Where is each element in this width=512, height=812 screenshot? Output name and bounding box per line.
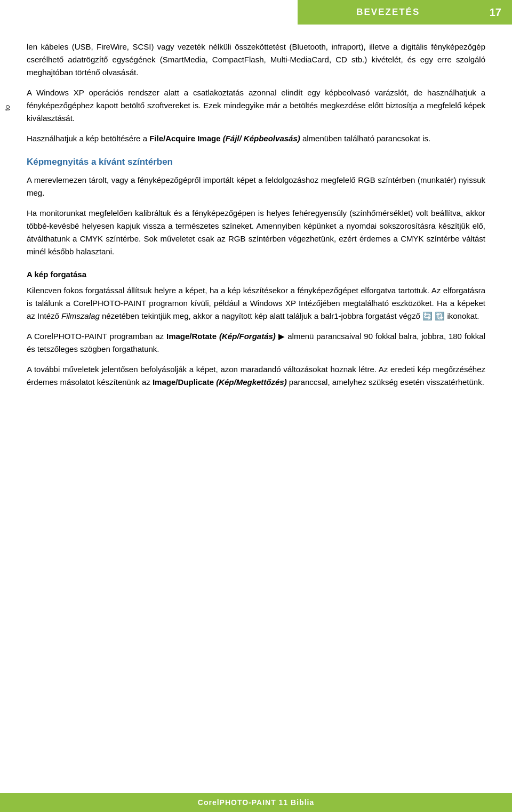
paragraph-1: len kábeles (USB, FireWire, SCSI) vagy v… <box>27 41 485 79</box>
header: BEVEZETÉS 17 <box>0 0 512 25</box>
paragraph-2-text: A Windows XP operációs rendszer alatt a … <box>27 88 485 123</box>
paragraph-6: Kilencven fokos forgatással állítsuk hel… <box>27 284 485 323</box>
section-heading-1: Képmegnyitás a kívánt színtérben <box>27 157 485 167</box>
paragraph-3-italic: (Fájl/ Képbeolvasás) <box>221 134 300 143</box>
paragraph-4: A merevlemezen tárolt, vagy a fényképező… <box>27 174 485 199</box>
header-title: BEVEZETÉS <box>298 0 479 25</box>
main-content: len kábeles (USB, FireWire, SCSI) vagy v… <box>0 25 512 793</box>
footer: CorelPHOTO-PAINT 11 Biblia <box>0 793 512 812</box>
paragraph-1-text: len kábeles (USB, FireWire, SCSI) vagy v… <box>27 42 485 77</box>
paragraph-8-end: paranccsal, amelyhez szükség esetén viss… <box>287 377 484 387</box>
chapter-title: BEVEZETÉS <box>356 7 420 18</box>
paragraph-8-italic: (Kép/Megkettőzés) <box>214 377 287 387</box>
section-heading-2: A kép forgatása <box>27 270 485 279</box>
paragraph-8-bold: Image/Duplicate <box>153 377 214 387</box>
paragraph-3-bold: File/Acquire Image <box>149 134 220 143</box>
paragraph-6-italic: Filmszalag <box>61 311 100 320</box>
paragraph-6-end: nézetében tekintjük meg, akkor a nagyíto… <box>100 311 479 320</box>
page-container: to BEVEZETÉS 17 len kábeles (USB, FireWi… <box>0 0 512 812</box>
side-label: to <box>3 105 11 111</box>
paragraph-3: Használhatjuk a kép betöltésére a File/A… <box>27 132 485 145</box>
footer-label: CorelPHOTO-PAINT 11 Biblia <box>198 798 314 807</box>
paragraph-7-start: A CorelPHOTO-PAINT programban az <box>27 332 166 341</box>
paragraph-4-text: A merevlemezen tárolt, vagy a fényképező… <box>27 175 485 197</box>
paragraph-2: A Windows XP operációs rendszer alatt a … <box>27 86 485 125</box>
paragraph-7-bold: Image/Rotate <box>166 332 217 341</box>
paragraph-7: A CorelPHOTO-PAINT programban az Image/R… <box>27 330 485 356</box>
paragraph-7-italic: (Kép/Forgatás) <box>217 332 276 341</box>
paragraph-3-end: almenüben található parancsokat is. <box>300 134 430 143</box>
paragraph-5-text: Ha monitorunkat megfelelően kalibráltuk … <box>27 208 485 256</box>
header-left <box>0 0 298 25</box>
paragraph-3-start: Használhatjuk a kép betöltésére a <box>27 134 149 143</box>
paragraph-5: Ha monitorunkat megfelelően kalibráltuk … <box>27 207 485 258</box>
page-number: 17 <box>490 6 501 19</box>
paragraph-8: A további műveletek jelentősen befolyáso… <box>27 363 485 389</box>
header-page-number: 17 <box>479 0 512 25</box>
